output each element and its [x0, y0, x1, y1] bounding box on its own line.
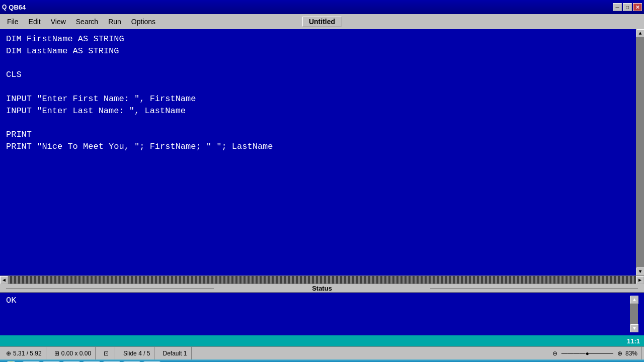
titlebar-title: QB64: [9, 4, 26, 11]
position-bar: 11:1: [0, 335, 644, 346]
status-scroll-down[interactable]: ▼: [630, 324, 638, 332]
document-title: Untitled: [302, 17, 342, 27]
titlebar-controls: ─ □ ✕: [613, 3, 642, 11]
menubar: File Edit View Search Run Options Untitl…: [0, 14, 644, 29]
status-scrollbar[interactable]: ▲ ▼: [630, 296, 638, 332]
zoom-slider[interactable]: ————●————: [561, 350, 613, 357]
menu-run[interactable]: Run: [103, 17, 126, 27]
close-button[interactable]: ✕: [633, 3, 642, 11]
scroll-track[interactable]: [636, 37, 644, 267]
size-icon: ⊞: [54, 350, 59, 357]
slide-count: Slide 4 / 5: [119, 347, 154, 359]
position-icon: ⊕: [6, 350, 11, 357]
status-bar-container: Status: [0, 284, 644, 293]
status-scroll-up[interactable]: ▲: [630, 296, 638, 304]
taskbar: 🪟 🌐 📁 ▶ hp PDF Q 🔧 12:00 PM: [0, 359, 644, 362]
zoom-in-icon[interactable]: ⊕: [617, 350, 622, 357]
status-scroll-track[interactable]: [630, 304, 638, 324]
status-ok-text: OK: [6, 296, 630, 332]
minimize-button[interactable]: ─: [613, 3, 622, 11]
menu-view[interactable]: View: [46, 17, 71, 27]
cursor-position: 11:1: [627, 337, 640, 345]
position-value: 5.31 / 5.92: [13, 350, 42, 357]
hscroll-track[interactable]: [8, 276, 636, 284]
scroll-right-arrow[interactable]: ▶: [636, 276, 644, 284]
slide-icon: ⊡: [104, 350, 109, 357]
vertical-scrollbar[interactable]: ▲ ▼: [636, 29, 644, 276]
status-output-area: OK ▲ ▼: [0, 293, 644, 335]
zoom-value: 83%: [625, 350, 637, 357]
size-value-container: ⊞ 0.00 x 0.00: [50, 347, 96, 359]
slide-value: Slide 4 / 5: [123, 350, 150, 357]
horizontal-scrollbar[interactable]: ◀ ▶: [0, 276, 644, 284]
scroll-down-arrow[interactable]: ▼: [636, 267, 645, 276]
titlebar-left: Q QB64: [2, 4, 26, 11]
style-value: Default 1: [163, 350, 187, 357]
bottom-status-bar: ⊕ 5.31 / 5.92 ⊞ 0.00 x 0.00 ⊡ Slide 4 / …: [0, 346, 644, 359]
code-editor[interactable]: DIM FirstName AS STRING DIM LastName AS …: [0, 29, 636, 276]
editor-container: DIM FirstName AS STRING DIM LastName AS …: [0, 29, 644, 276]
menu-edit[interactable]: Edit: [24, 17, 46, 27]
app-icon: Q: [2, 4, 7, 11]
zoom-out-icon[interactable]: ⊖: [552, 350, 557, 357]
titlebar: Q QB64 ─ □ ✕: [0, 0, 644, 14]
menu-options[interactable]: Options: [126, 17, 160, 27]
slide-indicator: ⊡: [100, 347, 115, 359]
scroll-up-arrow[interactable]: ▲: [636, 29, 645, 37]
menu-file[interactable]: File: [2, 17, 24, 27]
scroll-left-arrow[interactable]: ◀: [0, 276, 8, 284]
status-label: Status: [218, 285, 426, 292]
menu-search[interactable]: Search: [71, 17, 103, 27]
restore-button[interactable]: □: [623, 3, 632, 11]
position-coords: ⊕ 5.31 / 5.92: [2, 347, 46, 359]
zoom-controls[interactable]: ⊖ ————●———— ⊕ 83%: [548, 347, 642, 359]
size-value: 0.00 x 0.00: [61, 350, 91, 357]
style-name: Default 1: [158, 347, 191, 359]
